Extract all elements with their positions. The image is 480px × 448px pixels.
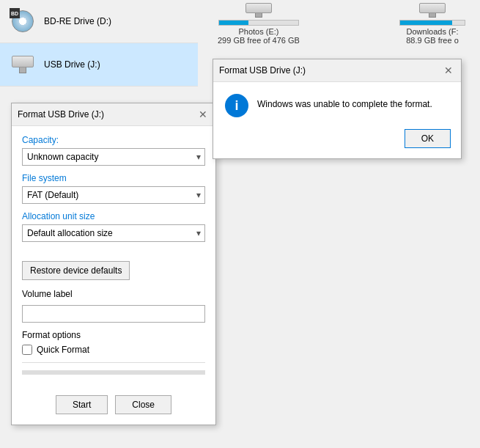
volume-label-title: Volume label [22,289,205,299]
photos-progress-bg [218,20,299,26]
photos-free: 299 GB free of 476 GB [218,36,300,45]
downloads-free: 88.9 GB free o [406,36,459,45]
error-dialog: Format USB Drive (J:) ✕ i Windows was un… [213,59,462,159]
downloads-progress-bg [399,20,465,26]
allocation-select-wrapper: Default allocation size [22,224,205,242]
error-dialog-close-btn[interactable]: ✕ [442,64,455,77]
close-button[interactable]: Close [115,395,171,414]
filesystem-label: File system [22,173,205,183]
format-dialog-content: Capacity: Unknown capacity File system F… [12,126,215,388]
bdre-drive-icon: BD [9,7,37,35]
capacity-select[interactable]: Unknown capacity [22,148,205,166]
filesystem-select-wrapper: FAT (Default) [22,186,205,204]
capacity-label: Capacity: [22,135,205,145]
quick-format-label: Quick Format [37,345,89,355]
volume-label-section: Volume label [22,289,205,323]
format-dialog: Format USB Drive (J:) ✕ Capacity: Unknow… [11,103,216,425]
error-message: Windows was unable to complete the forma… [257,94,432,111]
capacity-select-wrapper: Unknown capacity [22,148,205,166]
restore-defaults-button[interactable]: Restore device defaults [22,261,130,280]
downloads-label: Downloads (F: [407,27,459,36]
format-dialog-title: Format USB Drive (J:) [18,109,104,120]
format-dialog-close-btn[interactable]: ✕ [196,108,210,121]
photos-drive-icon [244,3,273,18]
usb-drive-item[interactable]: USB Drive (J:) [0,43,198,87]
restore-btn-wrapper: Restore device defaults [22,251,205,280]
photos-label: Photos (E:) [238,27,278,36]
format-options-title: Format options [22,330,205,340]
ok-button[interactable]: OK [405,129,451,148]
error-content: i Windows was unable to complete the for… [213,82,461,125]
downloads-drive[interactable]: Downloads (F: 88.9 GB free o [399,3,465,45]
photos-progress-fill [219,21,248,25]
format-dialog-titlebar: Format USB Drive (J:) ✕ [12,103,215,126]
bdre-drive-item[interactable]: BD BD-RE Drive (D:) [0,0,198,43]
error-dialog-titlebar: Format USB Drive (J:) ✕ [213,59,461,82]
format-dialog-buttons: Start Close [12,388,215,425]
format-options-section: Format options Quick Format [22,330,205,355]
photos-drive[interactable]: Photos (E:) 299 GB free of 476 GB [218,3,300,45]
quick-format-row: Quick Format [22,345,205,355]
start-button[interactable]: Start [56,395,108,414]
error-dialog-title: Format USB Drive (J:) [219,65,306,76]
usb-drive-label: USB Drive (J:) [44,59,100,70]
allocation-select[interactable]: Default allocation size [22,224,205,242]
divider-1 [22,362,205,363]
volume-label-input[interactable] [22,305,205,323]
usb-drive-icon [9,51,37,78]
downloads-drive-icon [418,3,447,18]
info-icon: i [225,94,248,117]
downloads-progress-fill [400,21,452,25]
quick-format-checkbox[interactable] [22,345,32,355]
allocation-label: Allocation unit size [22,211,205,221]
filesystem-select[interactable]: FAT (Default) [22,186,205,204]
error-buttons: OK [213,125,461,158]
thick-line [22,370,205,375]
bdre-drive-label: BD-RE Drive (D:) [44,16,111,26]
